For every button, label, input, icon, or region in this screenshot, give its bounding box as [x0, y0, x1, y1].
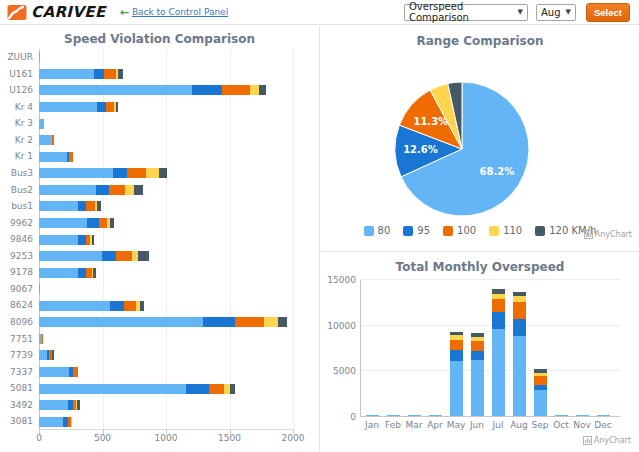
bar-segment-80[interactable] — [513, 336, 526, 416]
bar-segment-120 KM/h[interactable] — [52, 350, 53, 360]
bar-row[interactable] — [39, 251, 149, 261]
bar-column-Jun[interactable] — [471, 333, 484, 416]
bar-row[interactable] — [39, 350, 54, 360]
bar-segment-80[interactable] — [39, 218, 87, 228]
bar-column-May[interactable] — [450, 332, 463, 416]
bar-row[interactable] — [39, 168, 167, 178]
bar-row[interactable] — [39, 301, 144, 311]
bar-segment-95[interactable] — [87, 218, 99, 228]
bar-row[interactable] — [39, 367, 78, 377]
bar-segment-80[interactable] — [39, 367, 69, 377]
bar-segment-80[interactable] — [450, 361, 463, 416]
bar-segment-95[interactable] — [513, 319, 526, 336]
bar-row[interactable] — [39, 235, 94, 245]
bar-row[interactable] — [39, 284, 40, 294]
bar-segment-95[interactable] — [113, 168, 127, 178]
bar-segment-80[interactable] — [576, 415, 589, 416]
bar-segment-80[interactable] — [492, 329, 505, 416]
bar-segment-120 KM/h[interactable] — [116, 102, 118, 112]
bar-segment-95[interactable] — [186, 384, 209, 394]
bar-segment-80[interactable] — [39, 135, 52, 145]
select-button[interactable]: Select — [586, 3, 630, 22]
bar-row[interactable] — [39, 417, 72, 427]
bar-segment-120 KM/h[interactable] — [278, 317, 287, 327]
bar-row[interactable] — [39, 218, 114, 228]
legend-item-80[interactable]: 80 — [364, 225, 391, 236]
bar-row[interactable] — [39, 102, 118, 112]
bar-segment-80[interactable] — [39, 69, 94, 79]
bar-segment-100[interactable] — [235, 317, 264, 327]
bar-segment-110[interactable] — [264, 317, 279, 327]
bar-column-Nov[interactable] — [576, 415, 589, 416]
bar-row[interactable] — [39, 135, 54, 145]
bar-column-Aug[interactable] — [513, 292, 526, 416]
bar-segment-120 KM/h[interactable] — [97, 201, 101, 211]
bar-segment-100[interactable] — [471, 341, 484, 350]
bar-segment-80[interactable] — [39, 201, 78, 211]
bar-segment-95[interactable] — [450, 350, 463, 361]
bar-segment-100[interactable] — [127, 168, 146, 178]
bar-segment-100[interactable] — [534, 376, 547, 385]
bar-segment-100[interactable] — [450, 340, 463, 351]
bar-row[interactable] — [39, 317, 287, 327]
bar-segment-100[interactable] — [209, 384, 224, 394]
bar-segment-100[interactable] — [52, 135, 54, 145]
bar-segment-80[interactable] — [408, 415, 421, 416]
bar-segment-80[interactable] — [39, 268, 78, 278]
bar-segment-80[interactable] — [39, 152, 67, 162]
bar-segment-95[interactable] — [110, 301, 124, 311]
bar-segment-80[interactable] — [555, 415, 568, 416]
bar-segment-100[interactable] — [124, 301, 136, 311]
report-type-select[interactable]: Overspeed Comparison ▼ — [404, 4, 528, 21]
bar-segment-80[interactable] — [39, 417, 63, 427]
bar-row[interactable] — [39, 201, 101, 211]
bar-segment-95[interactable] — [203, 317, 235, 327]
bar-column-Mar[interactable] — [408, 415, 421, 416]
bar-row[interactable] — [39, 152, 73, 162]
bar-row[interactable] — [39, 85, 266, 95]
bar-segment-120 KM/h[interactable] — [93, 268, 96, 278]
bar-column-Jan[interactable] — [366, 415, 379, 416]
bar-segment-95[interactable] — [102, 251, 116, 261]
bar-segment-95[interactable] — [492, 312, 505, 329]
bar-segment-110[interactable] — [125, 185, 134, 195]
bar-segment-80[interactable] — [39, 102, 97, 112]
bar-segment-95[interactable] — [94, 69, 104, 79]
bar-segment-80[interactable] — [534, 390, 547, 416]
bar-column-Sep[interactable] — [534, 369, 547, 416]
bar-segment-100[interactable] — [73, 367, 77, 377]
bar-segment-80[interactable] — [429, 415, 442, 416]
bar-segment-95[interactable] — [97, 102, 107, 112]
bar-segment-100[interactable] — [69, 152, 72, 162]
bar-row[interactable] — [39, 52, 40, 62]
bar-column-Jul[interactable] — [492, 289, 505, 416]
back-to-control-panel-link[interactable]: Back to Control Panel — [132, 7, 228, 17]
bar-segment-120 KM/h[interactable] — [230, 384, 234, 394]
bar-segment-120 KM/h[interactable] — [138, 251, 149, 261]
bar-row[interactable] — [39, 185, 143, 195]
bar-row[interactable] — [39, 384, 235, 394]
bar-segment-100[interactable] — [116, 251, 133, 261]
bar-column-Apr[interactable] — [429, 415, 442, 416]
bar-segment-110[interactable] — [146, 168, 159, 178]
bar-segment-80[interactable] — [366, 415, 379, 416]
bar-segment-120 KM/h[interactable] — [110, 218, 114, 228]
bar-segment-120 KM/h[interactable] — [118, 69, 122, 79]
bar-segment-80[interactable] — [471, 360, 484, 416]
bar-segment-100[interactable] — [492, 299, 505, 312]
bar-segment-120 KM/h[interactable] — [140, 301, 144, 311]
bar-segment-120 KM/h[interactable] — [134, 185, 144, 195]
bar-segment-80[interactable] — [39, 185, 96, 195]
bar-row[interactable] — [39, 268, 96, 278]
anychart-credit[interactable]: AnyChart — [584, 230, 632, 239]
anychart-credit[interactable]: AnyChart — [583, 436, 631, 445]
bar-segment-100[interactable] — [109, 185, 124, 195]
bar-column-Oct[interactable] — [555, 415, 568, 416]
bar-row[interactable] — [39, 334, 43, 344]
legend-item-110[interactable]: 110 — [489, 225, 522, 236]
bar-row[interactable] — [39, 119, 44, 129]
legend-item-100[interactable]: 100 — [443, 225, 476, 236]
bar-segment-100[interactable] — [86, 201, 95, 211]
bar-segment-95[interactable] — [471, 351, 484, 360]
bar-row[interactable] — [39, 400, 80, 410]
